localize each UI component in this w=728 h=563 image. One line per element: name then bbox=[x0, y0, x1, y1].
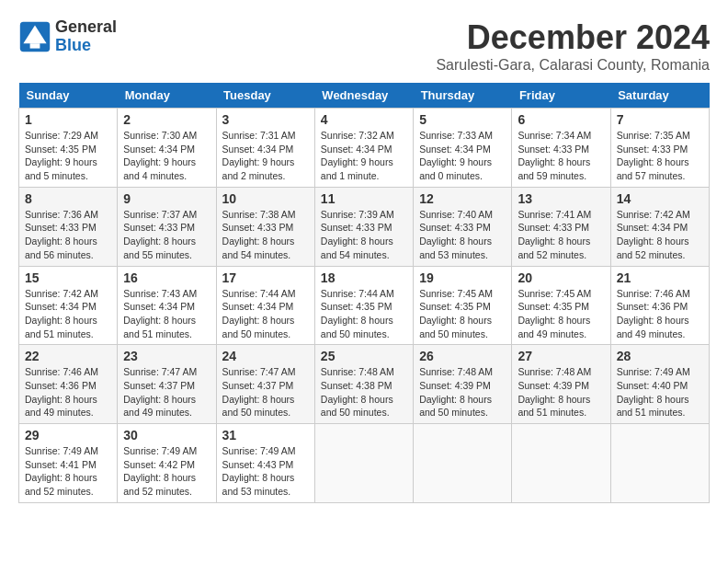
calendar-cell: 14Sunrise: 7:42 AM Sunset: 4:34 PM Dayli… bbox=[610, 187, 709, 266]
day-number: 23 bbox=[123, 349, 210, 363]
day-info: Sunrise: 7:49 AM Sunset: 4:40 PM Dayligh… bbox=[617, 365, 703, 419]
logo-text: General Blue bbox=[55, 18, 117, 55]
day-info: Sunrise: 7:47 AM Sunset: 4:37 PM Dayligh… bbox=[123, 365, 210, 419]
day-info: Sunrise: 7:45 AM Sunset: 4:35 PM Dayligh… bbox=[518, 287, 604, 341]
calendar-cell: 23Sunrise: 7:47 AM Sunset: 4:37 PM Dayli… bbox=[118, 345, 216, 424]
weekday-header-row: SundayMondayTuesdayWednesdayThursdayFrid… bbox=[19, 83, 710, 109]
title-area: December 2024 Sarulesti-Gara, Calarasi C… bbox=[436, 18, 710, 74]
day-info: Sunrise: 7:43 AM Sunset: 4:34 PM Dayligh… bbox=[123, 287, 210, 341]
day-info: Sunrise: 7:47 AM Sunset: 4:37 PM Dayligh… bbox=[222, 365, 309, 419]
day-info: Sunrise: 7:49 AM Sunset: 4:41 PM Dayligh… bbox=[25, 444, 111, 499]
day-info: Sunrise: 7:29 AM Sunset: 4:35 PM Dayligh… bbox=[25, 129, 111, 183]
day-number: 18 bbox=[321, 270, 407, 285]
calendar-cell: 8Sunrise: 7:36 AM Sunset: 4:33 PM Daylig… bbox=[19, 187, 118, 266]
calendar-cell: 20Sunrise: 7:45 AM Sunset: 4:35 PM Dayli… bbox=[512, 266, 610, 345]
day-number: 27 bbox=[518, 349, 604, 363]
calendar: SundayMondayTuesdayWednesdayThursdayFrid… bbox=[18, 83, 710, 503]
calendar-cell: 11Sunrise: 7:39 AM Sunset: 4:33 PM Dayli… bbox=[314, 187, 413, 266]
main-title: December 2024 bbox=[436, 18, 710, 57]
day-info: Sunrise: 7:48 AM Sunset: 4:38 PM Dayligh… bbox=[321, 365, 407, 419]
day-info: Sunrise: 7:48 AM Sunset: 4:39 PM Dayligh… bbox=[419, 365, 506, 419]
day-number: 9 bbox=[123, 191, 210, 206]
day-info: Sunrise: 7:38 AM Sunset: 4:33 PM Dayligh… bbox=[222, 208, 309, 262]
calendar-cell: 15Sunrise: 7:42 AM Sunset: 4:34 PM Dayli… bbox=[19, 266, 118, 345]
calendar-cell: 27Sunrise: 7:48 AM Sunset: 4:39 PM Dayli… bbox=[512, 345, 610, 424]
calendar-cell: 10Sunrise: 7:38 AM Sunset: 4:33 PM Dayli… bbox=[216, 187, 314, 266]
day-number: 17 bbox=[222, 270, 309, 285]
day-info: Sunrise: 7:32 AM Sunset: 4:34 PM Dayligh… bbox=[321, 129, 407, 183]
day-number: 4 bbox=[321, 112, 407, 127]
day-info: Sunrise: 7:35 AM Sunset: 4:33 PM Dayligh… bbox=[617, 129, 703, 183]
calendar-cell: 4Sunrise: 7:32 AM Sunset: 4:34 PM Daylig… bbox=[314, 109, 413, 188]
calendar-cell: 7Sunrise: 7:35 AM Sunset: 4:33 PM Daylig… bbox=[610, 109, 709, 188]
calendar-cell bbox=[512, 424, 610, 503]
weekday-header-monday: Monday bbox=[118, 83, 216, 109]
day-info: Sunrise: 7:41 AM Sunset: 4:33 PM Dayligh… bbox=[518, 208, 604, 262]
calendar-week-4: 22Sunrise: 7:46 AM Sunset: 4:36 PM Dayli… bbox=[19, 345, 710, 424]
day-number: 1 bbox=[25, 112, 111, 127]
day-info: Sunrise: 7:45 AM Sunset: 4:35 PM Dayligh… bbox=[419, 287, 506, 341]
calendar-cell: 5Sunrise: 7:33 AM Sunset: 4:34 PM Daylig… bbox=[414, 109, 512, 188]
day-number: 19 bbox=[419, 270, 506, 285]
day-number: 11 bbox=[321, 191, 407, 206]
calendar-cell: 17Sunrise: 7:44 AM Sunset: 4:34 PM Dayli… bbox=[216, 266, 314, 345]
day-info: Sunrise: 7:49 AM Sunset: 4:42 PM Dayligh… bbox=[123, 444, 210, 499]
calendar-cell: 6Sunrise: 7:34 AM Sunset: 4:33 PM Daylig… bbox=[512, 109, 610, 188]
day-number: 16 bbox=[123, 270, 210, 285]
calendar-cell: 1Sunrise: 7:29 AM Sunset: 4:35 PM Daylig… bbox=[19, 109, 118, 188]
calendar-cell: 28Sunrise: 7:49 AM Sunset: 4:40 PM Dayli… bbox=[610, 345, 709, 424]
calendar-cell bbox=[610, 424, 709, 503]
calendar-cell bbox=[414, 424, 512, 503]
calendar-cell: 22Sunrise: 7:46 AM Sunset: 4:36 PM Dayli… bbox=[19, 345, 118, 424]
day-info: Sunrise: 7:36 AM Sunset: 4:33 PM Dayligh… bbox=[25, 208, 111, 262]
svg-rect-2 bbox=[30, 43, 40, 48]
calendar-cell: 19Sunrise: 7:45 AM Sunset: 4:35 PM Dayli… bbox=[414, 266, 512, 345]
day-number: 2 bbox=[123, 112, 210, 127]
day-info: Sunrise: 7:44 AM Sunset: 4:34 PM Dayligh… bbox=[222, 287, 309, 341]
calendar-cell: 3Sunrise: 7:31 AM Sunset: 4:34 PM Daylig… bbox=[216, 109, 314, 188]
day-number: 30 bbox=[123, 428, 210, 442]
day-number: 31 bbox=[222, 428, 309, 442]
logo-icon bbox=[18, 20, 51, 53]
day-info: Sunrise: 7:46 AM Sunset: 4:36 PM Dayligh… bbox=[617, 287, 703, 341]
calendar-cell: 9Sunrise: 7:37 AM Sunset: 4:33 PM Daylig… bbox=[118, 187, 216, 266]
calendar-cell: 13Sunrise: 7:41 AM Sunset: 4:33 PM Dayli… bbox=[512, 187, 610, 266]
calendar-cell: 12Sunrise: 7:40 AM Sunset: 4:33 PM Dayli… bbox=[414, 187, 512, 266]
day-info: Sunrise: 7:33 AM Sunset: 4:34 PM Dayligh… bbox=[419, 129, 506, 183]
day-number: 25 bbox=[321, 349, 407, 363]
day-number: 28 bbox=[617, 349, 703, 363]
day-info: Sunrise: 7:44 AM Sunset: 4:35 PM Dayligh… bbox=[321, 287, 407, 341]
day-number: 8 bbox=[25, 191, 111, 206]
day-number: 21 bbox=[617, 270, 703, 285]
day-number: 7 bbox=[617, 112, 703, 127]
day-info: Sunrise: 7:42 AM Sunset: 4:34 PM Dayligh… bbox=[617, 208, 703, 262]
calendar-cell: 24Sunrise: 7:47 AM Sunset: 4:37 PM Dayli… bbox=[216, 345, 314, 424]
calendar-cell: 16Sunrise: 7:43 AM Sunset: 4:34 PM Dayli… bbox=[118, 266, 216, 345]
day-info: Sunrise: 7:31 AM Sunset: 4:34 PM Dayligh… bbox=[222, 129, 309, 183]
day-number: 15 bbox=[25, 270, 111, 285]
weekday-header-thursday: Thursday bbox=[414, 83, 512, 109]
weekday-header-friday: Friday bbox=[512, 83, 610, 109]
calendar-cell: 25Sunrise: 7:48 AM Sunset: 4:38 PM Dayli… bbox=[314, 345, 413, 424]
weekday-header-wednesday: Wednesday bbox=[314, 83, 413, 109]
day-number: 10 bbox=[222, 191, 309, 206]
calendar-week-2: 8Sunrise: 7:36 AM Sunset: 4:33 PM Daylig… bbox=[19, 187, 710, 266]
day-info: Sunrise: 7:39 AM Sunset: 4:33 PM Dayligh… bbox=[321, 208, 407, 262]
day-number: 20 bbox=[518, 270, 604, 285]
calendar-cell: 2Sunrise: 7:30 AM Sunset: 4:34 PM Daylig… bbox=[118, 109, 216, 188]
day-info: Sunrise: 7:34 AM Sunset: 4:33 PM Dayligh… bbox=[518, 129, 604, 183]
calendar-cell: 21Sunrise: 7:46 AM Sunset: 4:36 PM Dayli… bbox=[610, 266, 709, 345]
day-number: 26 bbox=[419, 349, 506, 363]
logo-line2: Blue bbox=[55, 37, 117, 55]
calendar-header: SundayMondayTuesdayWednesdayThursdayFrid… bbox=[19, 83, 710, 109]
day-info: Sunrise: 7:42 AM Sunset: 4:34 PM Dayligh… bbox=[25, 287, 111, 341]
calendar-week-3: 15Sunrise: 7:42 AM Sunset: 4:34 PM Dayli… bbox=[19, 266, 710, 345]
day-number: 22 bbox=[25, 349, 111, 363]
day-number: 14 bbox=[617, 191, 703, 206]
day-info: Sunrise: 7:30 AM Sunset: 4:34 PM Dayligh… bbox=[123, 129, 210, 183]
day-number: 29 bbox=[25, 428, 111, 442]
weekday-header-tuesday: Tuesday bbox=[216, 83, 314, 109]
day-info: Sunrise: 7:49 AM Sunset: 4:43 PM Dayligh… bbox=[222, 444, 309, 499]
day-number: 13 bbox=[518, 191, 604, 206]
day-info: Sunrise: 7:37 AM Sunset: 4:33 PM Dayligh… bbox=[123, 208, 210, 262]
